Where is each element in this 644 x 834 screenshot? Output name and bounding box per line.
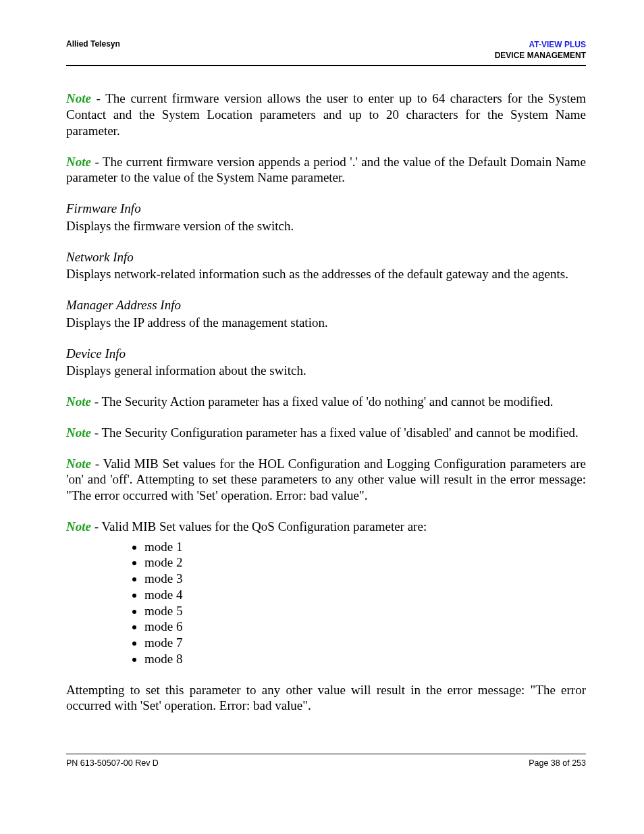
section-body-manager: Displays the IP address of the managemen… <box>66 315 586 331</box>
section-body-firmware: Displays the firmware version of the swi… <box>66 218 586 234</box>
note-label: Note <box>66 394 91 409</box>
footer-row: PN 613-50507-00 Rev D Page 38 of 253 <box>66 758 586 768</box>
footer-page-number: Page 38 of 253 <box>529 758 586 768</box>
modes-list: mode 1 mode 2 mode 3 mode 4 mode 5 mode … <box>66 539 586 667</box>
list-item: mode 7 <box>144 635 586 651</box>
section-title-network: Network Info <box>66 249 586 265</box>
footer-part-number: PN 613-50507-00 Rev D <box>66 758 159 768</box>
section-title-firmware: Firmware Info <box>66 201 586 217</box>
section-body-network: Displays network-related information suc… <box>66 266 586 282</box>
section-title-manager: Manager Address Info <box>66 297 586 313</box>
note-text: - The Security Action parameter has a fi… <box>91 394 553 409</box>
note-label: Note <box>66 457 91 471</box>
note-text: - Valid MIB Set values for the HOL Confi… <box>66 457 586 503</box>
page-footer: PN 613-50507-00 Rev D Page 38 of 253 <box>66 754 586 768</box>
page-body: Allied Telesyn AT-VIEW PLUS DEVICE MANAG… <box>66 39 586 729</box>
note-text: - Valid MIB Set values for the QoS Confi… <box>91 519 427 533</box>
note-text: - The current firmware version appends a… <box>66 155 586 185</box>
note-label: Note <box>66 91 91 105</box>
section-body-device: Displays general information about the s… <box>66 363 586 379</box>
note-paragraph: Note - Valid MIB Set values for the HOL … <box>66 456 586 504</box>
footer-rule <box>66 754 586 754</box>
note-paragraph: Note - The current firmware version allo… <box>66 90 586 138</box>
note-label: Note <box>66 519 91 533</box>
note-paragraph: Note - Valid MIB Set values for the QoS … <box>66 519 586 535</box>
note-label: Note <box>66 425 91 440</box>
list-item: mode 8 <box>144 651 586 667</box>
content-area: Note - The current firmware version allo… <box>66 66 586 714</box>
list-item: mode 6 <box>144 619 586 635</box>
header-right: AT-VIEW PLUS DEVICE MANAGEMENT <box>495 39 586 61</box>
note-text: - The current firmware version allows th… <box>66 91 586 138</box>
header-left: Allied Telesyn <box>66 39 120 49</box>
note-paragraph: Note - The current firmware version appe… <box>66 154 586 186</box>
list-item: mode 5 <box>144 603 586 619</box>
closing-paragraph: Attempting to set this parameter to any … <box>66 682 586 714</box>
note-paragraph: Note - The Security Action parameter has… <box>66 394 586 410</box>
section-title-device: Device Info <box>66 346 586 362</box>
note-label: Note <box>66 155 91 169</box>
list-item: mode 2 <box>144 554 586 571</box>
list-item: mode 1 <box>144 539 586 555</box>
note-paragraph: Note - The Security Configuration parame… <box>66 425 586 441</box>
running-header: Allied Telesyn AT-VIEW PLUS DEVICE MANAG… <box>66 39 586 61</box>
list-item: mode 3 <box>144 571 586 587</box>
header-section: DEVICE MANAGEMENT <box>495 51 586 60</box>
note-text: - The Security Configuration parameter h… <box>91 425 579 440</box>
list-item: mode 4 <box>144 587 586 603</box>
header-product: AT-VIEW PLUS <box>529 40 586 49</box>
